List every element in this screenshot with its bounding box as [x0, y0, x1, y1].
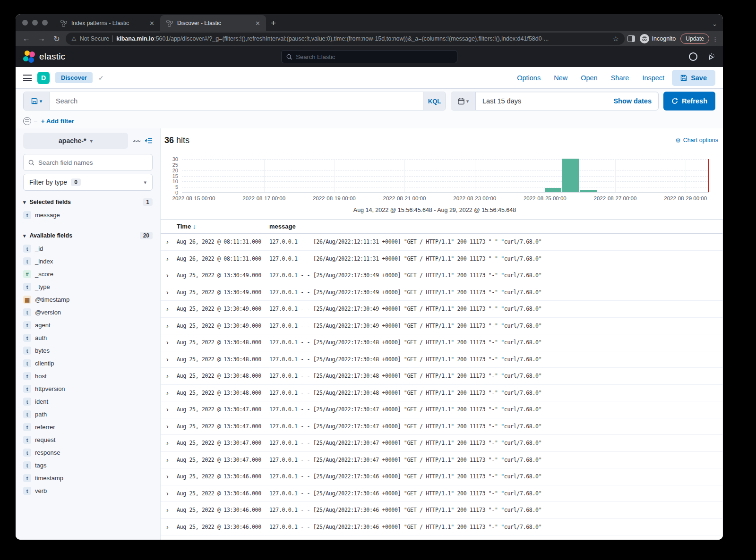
expand-row-icon[interactable]: › — [166, 305, 177, 313]
field-item[interactable]: t message — [23, 209, 153, 221]
save-button[interactable]: Save — [672, 70, 715, 86]
date-picker-menu-button[interactable]: ▾ — [451, 92, 476, 110]
expand-row-icon[interactable]: › — [166, 339, 177, 346]
field-item[interactable]: t @version — [23, 306, 153, 319]
maximize-window-button[interactable] — [42, 20, 48, 25]
field-item[interactable]: t tags — [23, 459, 153, 472]
search-icon — [28, 160, 34, 166]
query-input-group: ▾ KQL — [23, 92, 446, 110]
field-item[interactable]: t agent — [23, 319, 153, 331]
field-item[interactable]: t _id — [23, 242, 153, 255]
browser-menu-icon[interactable]: ⋮ — [712, 35, 718, 42]
time-range-value[interactable]: Last 15 days — [476, 97, 613, 105]
elastic-logo-icon[interactable] — [23, 51, 35, 63]
field-search-box[interactable] — [23, 154, 153, 171]
newsfeed-icon[interactable] — [707, 52, 716, 62]
add-filter-link[interactable]: + Add filter — [41, 118, 74, 125]
field-item[interactable]: t path — [23, 408, 153, 421]
minimize-window-button[interactable] — [32, 20, 38, 25]
field-search-input[interactable] — [38, 159, 147, 166]
expand-row-icon[interactable]: › — [166, 322, 177, 330]
collapse-sidebar-icon[interactable] — [145, 138, 153, 144]
expand-row-icon[interactable]: › — [166, 473, 177, 480]
side-panel-icon[interactable] — [627, 35, 635, 42]
expand-row-icon[interactable]: › — [166, 490, 177, 497]
window-traffic-lights[interactable] — [16, 14, 54, 31]
top-nav-link[interactable]: Share — [611, 74, 629, 82]
field-item[interactable]: t clientip — [23, 357, 153, 370]
bookmark-star-icon[interactable]: ☆ — [613, 35, 619, 42]
close-tab-icon[interactable]: ✕ — [254, 20, 261, 27]
breadcrumb-discover[interactable]: Discover — [55, 72, 93, 83]
tab-search-chevron-icon[interactable]: ⌄ — [712, 20, 717, 27]
expand-row-icon[interactable]: › — [166, 389, 177, 397]
new-tab-button[interactable]: + — [266, 18, 282, 31]
address-bar[interactable]: ⚠ Not Secure kibana.min.io:5601/app/disc… — [66, 33, 625, 45]
expand-row-icon[interactable]: › — [166, 272, 177, 279]
column-header-time[interactable]: Time ↓ — [177, 223, 269, 230]
documents-table: Time ↓ message › Aug 26, 2022 @ 08:11:31… — [161, 219, 723, 535]
expand-row-icon[interactable]: › — [166, 238, 177, 246]
browser-tab-discover[interactable]: Discover - Elastic ✕ — [160, 15, 266, 31]
forward-button[interactable]: → — [35, 34, 48, 43]
refresh-button[interactable]: Refresh — [663, 92, 715, 110]
sort-desc-icon[interactable]: ↓ — [193, 223, 196, 230]
table-row: › Aug 25, 2022 @ 13:30:47.000 127.0.0.1 … — [161, 435, 722, 452]
help-icon[interactable] — [689, 52, 697, 61]
query-search-input[interactable] — [50, 92, 423, 110]
index-pattern-switcher[interactable]: apache-* ▾ — [23, 133, 128, 149]
field-item[interactable]: t httpversion — [23, 382, 153, 395]
filter-icon[interactable] — [23, 117, 31, 125]
selected-fields-header[interactable]: ▾ Selected fields 1 — [23, 198, 153, 206]
field-item[interactable]: t bytes — [23, 344, 153, 357]
expand-row-icon[interactable]: › — [166, 288, 177, 296]
expand-row-icon[interactable]: › — [166, 406, 177, 413]
column-header-message[interactable]: message — [269, 223, 296, 230]
top-nav-link[interactable]: Open — [581, 74, 597, 82]
top-nav-link[interactable]: Options — [517, 74, 541, 82]
filter-by-type-select[interactable]: Filter by type 0 ▾ — [23, 174, 153, 191]
field-item[interactable]: t response — [23, 446, 153, 459]
back-button[interactable]: ← — [20, 34, 33, 43]
show-dates-link[interactable]: Show dates — [613, 97, 658, 105]
global-search-box[interactable] — [281, 50, 457, 63]
close-tab-icon[interactable]: ✕ — [148, 20, 155, 27]
top-nav-link[interactable]: Inspect — [642, 74, 664, 82]
field-item[interactable]: t host — [23, 370, 153, 382]
available-fields-header[interactable]: ▾ Available fields 20 — [23, 232, 153, 239]
field-item[interactable]: t timestamp — [23, 472, 153, 484]
index-options-icon[interactable] — [133, 140, 140, 142]
chrome-update-button[interactable]: Update — [680, 34, 709, 44]
field-item[interactable]: t _type — [23, 280, 153, 293]
expand-row-icon[interactable]: › — [166, 506, 177, 514]
reload-button[interactable]: ↻ — [51, 34, 63, 43]
expand-row-icon[interactable]: › — [166, 372, 177, 380]
field-item[interactable]: t auth — [23, 331, 153, 344]
chart-options-link[interactable]: ⚙ Chart options — [675, 137, 718, 144]
field-item[interactable]: t verb — [23, 484, 153, 497]
field-item[interactable]: t _index — [23, 255, 153, 268]
histogram-bar[interactable] — [580, 190, 597, 192]
expand-row-icon[interactable]: › — [166, 356, 177, 363]
expand-row-icon[interactable]: › — [166, 523, 177, 531]
global-search-input[interactable] — [296, 53, 452, 60]
field-item[interactable]: ▦ @timestamp — [23, 293, 153, 306]
field-item[interactable]: t request — [23, 433, 153, 446]
menu-hamburger-icon[interactable] — [23, 75, 32, 81]
expand-row-icon[interactable]: › — [166, 456, 177, 464]
field-item[interactable]: # _score — [23, 268, 153, 280]
expand-row-icon[interactable]: › — [166, 439, 177, 447]
expand-row-icon[interactable]: › — [166, 423, 177, 430]
close-window-button[interactable] — [22, 20, 28, 25]
space-avatar[interactable]: D — [37, 72, 50, 84]
table-row: › Aug 25, 2022 @ 13:30:49.000 127.0.0.1 … — [161, 267, 722, 284]
saved-query-menu-button[interactable]: ▾ — [24, 92, 50, 110]
browser-tab-index-patterns[interactable]: Index patterns - Elastic ✕ — [54, 15, 160, 31]
kql-toggle-button[interactable]: KQL — [423, 92, 446, 110]
histogram-bar[interactable] — [562, 159, 579, 192]
top-nav-link[interactable]: New — [554, 74, 567, 82]
field-item[interactable]: t ident — [23, 395, 153, 408]
field-item[interactable]: t referrer — [23, 421, 153, 433]
expand-row-icon[interactable]: › — [166, 255, 177, 263]
histogram-bar[interactable] — [545, 188, 561, 192]
